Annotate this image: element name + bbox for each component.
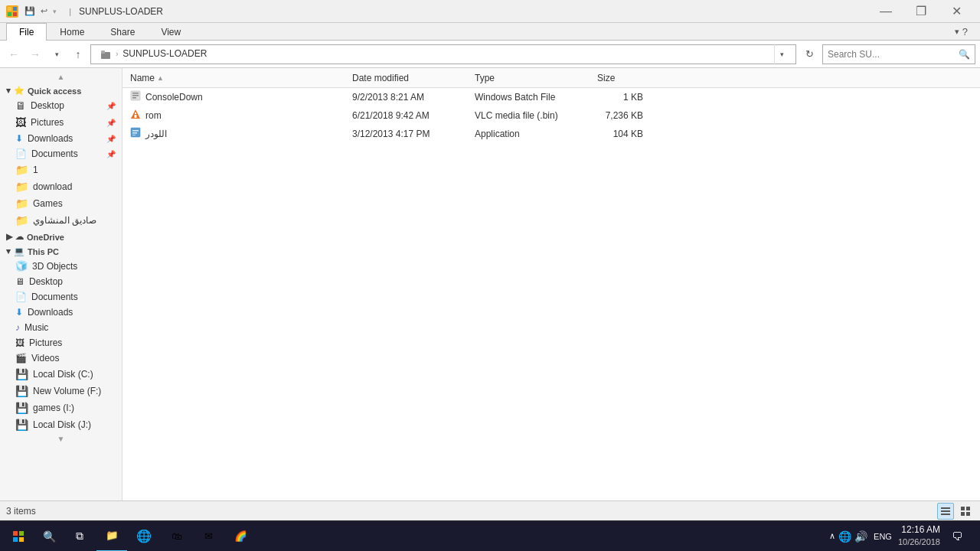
taskview-icon: ⧉ (76, 530, 83, 543)
tab-view[interactable]: View (148, 23, 194, 41)
taskbar-taskview-button[interactable]: ⧉ (64, 521, 95, 552)
svg-rect-23 (966, 512, 970, 516)
network-icon[interactable]: 🌐 (838, 530, 851, 543)
undo-toolbar-btn[interactable]: ↩ (39, 5, 49, 17)
forward-button[interactable]: → (26, 45, 44, 64)
clock[interactable]: 12:16 AM 10/26/2018 (898, 523, 940, 548)
file-icon-vlc (130, 109, 141, 122)
sidebar-quick-access[interactable]: ▾ ⭐ Quick access (0, 83, 122, 97)
taskbar-edge-button[interactable]: 🌐 (129, 521, 159, 552)
sidebar-item-gamesI[interactable]: 💾 games (I:) (0, 399, 122, 416)
recent-locations-button[interactable]: ▾ (47, 45, 66, 64)
back-button[interactable]: ← (5, 45, 23, 64)
sidebar-item-arabic[interactable]: 📁 صاديق المنشاوي (0, 212, 122, 229)
path-segment-root[interactable] (97, 47, 114, 60)
tab-share[interactable]: Share (97, 23, 148, 41)
col-header-date[interactable]: Date modified (345, 70, 467, 86)
file-name-text: ConsoleDown (145, 92, 203, 103)
tab-file[interactable]: File (6, 23, 47, 41)
svg-rect-7 (132, 93, 139, 94)
svg-rect-18 (941, 510, 950, 512)
sidebar-item-music[interactable]: ♪ Music (0, 320, 122, 335)
notification-button[interactable]: 🗨 (943, 523, 971, 550)
taskbar-mail-button[interactable]: ✉ (193, 521, 224, 552)
sidebar-item-volumeF[interactable]: 💾 New Volume (F:) (0, 383, 122, 399)
search-input[interactable] (828, 49, 956, 60)
col-header-size[interactable]: Size (590, 70, 651, 86)
sidebar-item-pictures-pinned[interactable]: 🖼 Pictures 📌 (0, 114, 122, 131)
search-icon[interactable]: 🔍 (959, 49, 970, 60)
sidebar-item-documents2[interactable]: 📄 Documents (0, 289, 122, 305)
thispc-icon: 💻 (14, 246, 24, 256)
clock-time: 12:16 AM (898, 523, 940, 536)
language-button[interactable]: ENG (871, 530, 895, 543)
status-bar: 3 items (0, 500, 980, 520)
thispc-label: This PC (28, 247, 59, 256)
sidebar-onedrive[interactable]: ▶ ☁ OneDrive (0, 229, 122, 243)
pin-icon-documents: 📌 (106, 150, 116, 158)
sidebar-item-downloads-pinned[interactable]: ⬇ Downloads 📌 (0, 131, 122, 146)
svg-rect-8 (132, 95, 139, 96)
file-size-rom: 7,236 KB (590, 109, 651, 122)
taskbar-store-button[interactable]: 🛍 (161, 521, 191, 552)
sidebar-item-desktop[interactable]: 🖥 Desktop (0, 274, 122, 289)
clock-date: 10/26/2018 (898, 536, 940, 548)
sidebar-item-pictures2[interactable]: 🖼 Pictures (0, 335, 122, 350)
address-field[interactable]: › SUNPLUS-LOADER ▾ (90, 44, 796, 64)
sidebar-thispc[interactable]: ▾ 💻 This PC (0, 243, 122, 258)
table-row[interactable]: اللودر 3/12/2013 4:17 PM Application 104… (122, 125, 980, 143)
sidebar-item-downloads2[interactable]: ⬇ Downloads (0, 305, 122, 320)
minimize-button[interactable]: — (868, 0, 903, 23)
maximize-button[interactable]: ❐ (903, 0, 939, 23)
table-row[interactable]: rom 6/21/2018 9:42 AM VLC media file (.b… (122, 106, 980, 125)
taskbar-search-button[interactable]: 🔍 (35, 523, 63, 550)
sidebar-label-videos: Videos (31, 353, 59, 364)
store-icon: 🛍 (172, 530, 181, 542)
path-segment-folder[interactable]: SUNPLUS-LOADER (119, 47, 210, 60)
more-toolbar-btn[interactable]: ▾ (51, 6, 58, 17)
help-icon[interactable]: ? (962, 26, 968, 37)
col-header-type[interactable]: Type (467, 70, 590, 86)
table-row[interactable]: ConsoleDown 9/2/2013 8:21 AM Windows Bat… (122, 88, 980, 106)
save-toolbar-btn[interactable]: 💾 (23, 5, 37, 17)
sidebar-item-localJ[interactable]: 💾 Local Disk (J:) (0, 416, 122, 433)
tray-expand-button[interactable]: ∧ (829, 531, 835, 541)
sidebar-label-arabic: صاديق المنشاوي (33, 215, 96, 226)
scroll-down-arrow[interactable]: ▼ (0, 433, 122, 445)
file-list-header: Name ▲ Date modified Type Size (122, 68, 980, 88)
sidebar-item-3dobjects[interactable]: 🧊 3D Objects (0, 258, 122, 274)
sidebar-item-desktop-pinned[interactable]: 🖥 Desktop 📌 (0, 97, 122, 114)
sort-arrow-name: ▲ (157, 74, 164, 82)
up-button[interactable]: ↑ (69, 45, 87, 64)
downloads2-icon: ⬇ (15, 307, 23, 318)
view-grid-button[interactable] (957, 503, 974, 520)
sidebar-item-localC[interactable]: 💾 Local Disk (C:) (0, 366, 122, 383)
refresh-button[interactable]: ↻ (799, 44, 819, 64)
documents-folder-icon: 📄 (15, 148, 27, 159)
taskbar-chrome-button[interactable]: 🌈 (225, 521, 256, 552)
explorer-icon: 📁 (106, 530, 119, 541)
expand-ribbon-btn[interactable]: ▾ (955, 27, 959, 37)
svg-rect-27 (19, 537, 24, 542)
search-box[interactable]: 🔍 (822, 44, 975, 64)
close-button[interactable]: ✕ (939, 0, 974, 23)
svg-rect-19 (941, 514, 950, 515)
sidebar-item-games[interactable]: 📁 Games (0, 195, 122, 212)
desktop-icon: 🖥 (15, 276, 24, 287)
svg-rect-22 (961, 512, 965, 516)
address-dropdown-btn[interactable]: ▾ (774, 44, 789, 64)
sidebar-label-1: 1 (33, 165, 38, 175)
sidebar-item-documents-pinned[interactable]: 📄 Documents 📌 (0, 146, 122, 161)
view-list-button[interactable] (937, 503, 954, 520)
file-icon-batch (130, 90, 141, 103)
sidebar-item-folder-1[interactable]: 📁 1 (0, 161, 122, 178)
taskbar-explorer-button[interactable]: 📁 (96, 521, 127, 552)
scroll-up-arrow[interactable]: ▲ (0, 71, 122, 83)
tab-home[interactable]: Home (47, 23, 97, 41)
sidebar-item-download[interactable]: 📁 download (0, 178, 122, 195)
start-button[interactable] (3, 521, 34, 552)
col-header-name[interactable]: Name ▲ (122, 70, 345, 86)
sidebar-item-videos[interactable]: 🎬 Videos (0, 350, 122, 366)
volume-icon[interactable]: 🔊 (854, 530, 867, 543)
file-name-text: rom (145, 110, 162, 121)
